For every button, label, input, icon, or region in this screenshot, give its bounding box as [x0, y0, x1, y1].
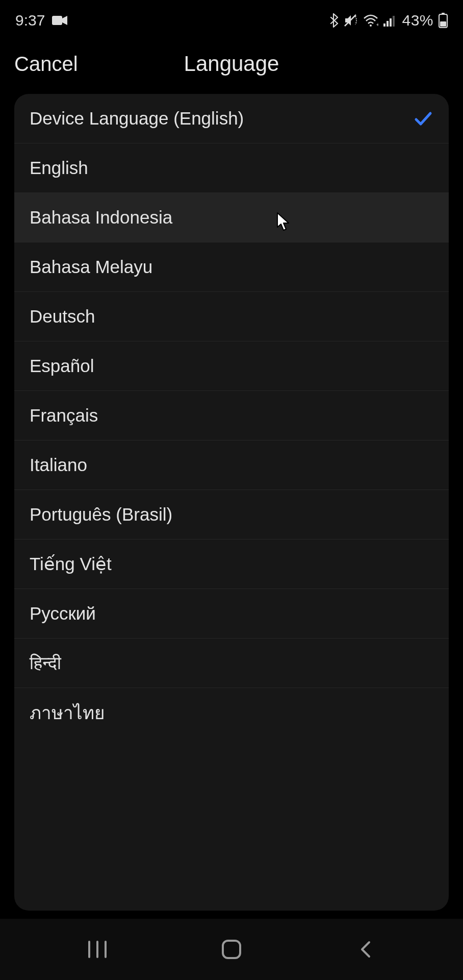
svg-rect-6 — [390, 18, 392, 27]
language-row[interactable]: English — [14, 143, 449, 193]
language-label: Español — [30, 356, 94, 376]
language-label: Bahasa Indonesia — [30, 207, 172, 228]
language-row[interactable]: Tiếng Việt — [14, 540, 449, 589]
language-row[interactable]: Device Language (English) — [14, 94, 449, 143]
svg-rect-0 — [52, 16, 62, 25]
language-label: Italiano — [30, 455, 87, 475]
signal-icon — [383, 14, 397, 27]
svg-rect-14 — [223, 941, 240, 958]
language-label: Tiếng Việt — [30, 554, 112, 574]
wifi-icon: + — [363, 14, 378, 27]
mute-vibrate-icon — [344, 14, 358, 27]
language-row[interactable]: Bahasa Indonesia — [14, 193, 449, 242]
battery-icon — [439, 13, 448, 28]
language-label: Deutsch — [30, 306, 95, 327]
status-time: 9:37 — [15, 12, 45, 29]
language-list[interactable]: Device Language (English)EnglishBahasa I… — [14, 94, 449, 911]
language-row[interactable]: हिन्दी — [14, 639, 449, 688]
camera-icon — [52, 15, 67, 26]
svg-point-2 — [370, 24, 372, 27]
language-label: हिन्दी — [30, 653, 61, 674]
language-row[interactable]: Deutsch — [14, 292, 449, 341]
status-bar: 9:37 + 43% — [0, 0, 463, 41]
header: Cancel Language — [0, 41, 463, 87]
language-label: Português (Brasil) — [30, 504, 172, 525]
recents-button[interactable] — [67, 934, 128, 965]
svg-text:+: + — [376, 22, 378, 27]
language-label: Русский — [30, 603, 96, 624]
battery-percent: 43% — [402, 12, 433, 29]
svg-rect-7 — [393, 16, 395, 27]
language-row[interactable]: ภาษาไทย — [14, 688, 449, 738]
back-button[interactable] — [335, 934, 396, 965]
language-label: ภาษาไทย — [30, 699, 105, 727]
language-row[interactable]: Português (Brasil) — [14, 490, 449, 540]
svg-rect-10 — [440, 21, 446, 27]
home-button[interactable] — [201, 934, 262, 965]
language-row[interactable]: Español — [14, 341, 449, 391]
system-nav-bar — [0, 919, 463, 980]
svg-rect-5 — [387, 21, 389, 27]
language-row[interactable]: Русский — [14, 589, 449, 639]
bluetooth-icon — [329, 13, 339, 28]
language-label: Français — [30, 405, 98, 426]
check-icon — [413, 108, 433, 129]
page-title: Language — [184, 52, 279, 76]
status-left: 9:37 — [15, 12, 67, 29]
language-row[interactable]: Français — [14, 391, 449, 440]
language-row[interactable]: Bahasa Melayu — [14, 242, 449, 292]
language-label: Bahasa Melayu — [30, 257, 152, 277]
language-row[interactable]: Italiano — [14, 440, 449, 490]
cancel-button[interactable]: Cancel — [14, 53, 78, 76]
status-right: + 43% — [329, 12, 448, 29]
language-label: English — [30, 158, 88, 178]
svg-rect-4 — [383, 23, 385, 27]
language-label: Device Language (English) — [30, 108, 244, 129]
